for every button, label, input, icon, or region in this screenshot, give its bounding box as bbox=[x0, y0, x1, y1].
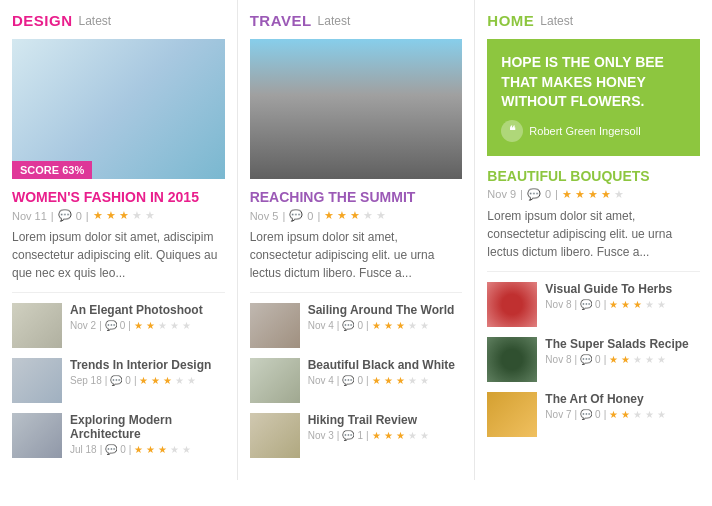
travel-title: TRAVEL bbox=[250, 12, 312, 29]
star-empty: ★ bbox=[158, 320, 167, 331]
comment-icon: 💬 bbox=[527, 188, 541, 201]
star-filled: ★ bbox=[609, 409, 618, 420]
small-comment-count: 0 bbox=[595, 299, 601, 310]
star-empty: ★ bbox=[408, 320, 417, 331]
small-comment-icon: 💬 bbox=[580, 354, 592, 365]
small-thumbnail bbox=[12, 413, 62, 458]
small-article-title[interactable]: The Super Salads Recipe bbox=[545, 337, 700, 351]
small-article-info: An Elegant Photoshoot Nov 2 | 💬 0 | ★★★★… bbox=[70, 303, 225, 331]
small-article-meta: Nov 4 | 💬 0 | ★★★★★ bbox=[308, 375, 463, 386]
star-empty: ★ bbox=[170, 444, 179, 455]
hero-image bbox=[250, 39, 463, 179]
star-filled: ★ bbox=[384, 375, 393, 386]
small-article-title[interactable]: Exploring Modern Architecture bbox=[70, 413, 225, 441]
quote-author: ❝ Robert Green Ingersoll bbox=[501, 120, 686, 142]
star-filled: ★ bbox=[134, 320, 143, 331]
star-filled: ★ bbox=[372, 375, 381, 386]
star-filled: ★ bbox=[146, 444, 155, 455]
star-filled: ★ bbox=[93, 209, 102, 222]
column-design: DESIGN Latest SCORE 63%WOMEN'S FASHION I… bbox=[0, 0, 238, 480]
star-filled: ★ bbox=[396, 375, 405, 386]
small-thumbnail bbox=[250, 413, 300, 458]
star-filled: ★ bbox=[562, 188, 571, 201]
list-item: Sailing Around The World Nov 4 | 💬 0 | ★… bbox=[250, 303, 463, 348]
main-article-title[interactable]: WOMEN'S FASHION IN 2015 bbox=[12, 189, 225, 205]
list-item: Beautiful Black and White Nov 4 | 💬 0 | … bbox=[250, 358, 463, 403]
star-empty: ★ bbox=[420, 430, 429, 441]
star-empty: ★ bbox=[420, 375, 429, 386]
small-article-title[interactable]: Beautiful Black and White bbox=[308, 358, 463, 372]
comment-count: 0 bbox=[545, 188, 551, 200]
small-comment-icon: 💬 bbox=[342, 320, 354, 331]
small-comment-icon: 💬 bbox=[105, 320, 117, 331]
article-date: Nov 11 bbox=[12, 210, 47, 222]
star-empty: ★ bbox=[182, 320, 191, 331]
list-item: Trends In Interior Design Sep 18 | 💬 0 |… bbox=[12, 358, 225, 403]
star-empty: ★ bbox=[145, 209, 154, 222]
star-filled: ★ bbox=[139, 375, 148, 386]
star-empty: ★ bbox=[657, 299, 666, 310]
small-article-date: Nov 3 bbox=[308, 430, 334, 441]
star-filled: ★ bbox=[106, 209, 115, 222]
divider bbox=[12, 292, 225, 293]
comment-icon: 💬 bbox=[289, 209, 303, 222]
star-filled: ★ bbox=[163, 375, 172, 386]
comment-icon: 💬 bbox=[58, 209, 72, 222]
score-badge: SCORE 63% bbox=[12, 161, 92, 179]
small-article-info: Hiking Trail Review Nov 3 | 💬 1 | ★★★★★ bbox=[308, 413, 463, 441]
travel-header: TRAVEL Latest bbox=[250, 12, 463, 29]
quote-icon: ❝ bbox=[501, 120, 523, 142]
star-filled: ★ bbox=[158, 444, 167, 455]
small-thumbnail bbox=[487, 337, 537, 382]
list-item: Visual Guide To Herbs Nov 8 | 💬 0 | ★★★★… bbox=[487, 282, 700, 327]
small-article-title[interactable]: Sailing Around The World bbox=[308, 303, 463, 317]
small-article-title[interactable]: An Elegant Photoshoot bbox=[70, 303, 225, 317]
hero-image bbox=[12, 39, 225, 179]
star-filled: ★ bbox=[119, 209, 128, 222]
main-article-excerpt: Lorem ipsum dolor sit amet, adiscipim co… bbox=[12, 228, 225, 282]
small-article-title[interactable]: Hiking Trail Review bbox=[308, 413, 463, 427]
small-comment-icon: 💬 bbox=[342, 430, 354, 441]
small-article-meta: Nov 8 | 💬 0 | ★★★★★ bbox=[545, 354, 700, 365]
star-filled: ★ bbox=[384, 430, 393, 441]
comment-count: 0 bbox=[307, 210, 313, 222]
design-subtitle: Latest bbox=[79, 14, 112, 28]
small-article-info: Beautiful Black and White Nov 4 | 💬 0 | … bbox=[308, 358, 463, 386]
star-empty: ★ bbox=[187, 375, 196, 386]
star-empty: ★ bbox=[657, 409, 666, 420]
small-article-title[interactable]: The Art Of Honey bbox=[545, 392, 700, 406]
star-filled: ★ bbox=[588, 188, 597, 201]
small-comment-icon: 💬 bbox=[580, 299, 592, 310]
small-article-info: Trends In Interior Design Sep 18 | 💬 0 |… bbox=[70, 358, 225, 386]
small-comment-count: 0 bbox=[357, 320, 363, 331]
main-article-title[interactable]: REACHING THE SUMMIT bbox=[250, 189, 463, 205]
article-meta: Nov 11 | 💬 0 | ★★★★★ bbox=[12, 209, 225, 222]
main-article-title[interactable]: BEAUTIFUL BOUQUETS bbox=[487, 168, 700, 184]
comment-count: 0 bbox=[76, 210, 82, 222]
small-article-title[interactable]: Trends In Interior Design bbox=[70, 358, 225, 372]
star-filled: ★ bbox=[324, 209, 333, 222]
star-empty: ★ bbox=[657, 354, 666, 365]
small-comment-icon: 💬 bbox=[110, 375, 122, 386]
main-article-excerpt: Lorem ipsum dolor sit amet, consectetur … bbox=[487, 207, 700, 261]
small-thumbnail bbox=[250, 303, 300, 348]
small-article-title[interactable]: Visual Guide To Herbs bbox=[545, 282, 700, 296]
divider bbox=[250, 292, 463, 293]
home-title: HOME bbox=[487, 12, 534, 29]
star-empty: ★ bbox=[170, 320, 179, 331]
star-filled: ★ bbox=[134, 444, 143, 455]
small-article-meta: Sep 18 | 💬 0 | ★★★★★ bbox=[70, 375, 225, 386]
small-article-meta: Nov 4 | 💬 0 | ★★★★★ bbox=[308, 320, 463, 331]
star-empty: ★ bbox=[182, 444, 191, 455]
star-empty: ★ bbox=[408, 375, 417, 386]
quote-box: HOPE IS THE ONLY BEE THAT MAKES HONEY WI… bbox=[487, 39, 700, 156]
small-article-info: The Super Salads Recipe Nov 8 | 💬 0 | ★★… bbox=[545, 337, 700, 365]
column-home: HOME Latest HOPE IS THE ONLY BEE THAT MA… bbox=[475, 0, 712, 480]
home-header: HOME Latest bbox=[487, 12, 700, 29]
star-filled: ★ bbox=[575, 188, 584, 201]
star-filled: ★ bbox=[384, 320, 393, 331]
star-filled: ★ bbox=[337, 209, 346, 222]
list-item: The Art Of Honey Nov 7 | 💬 0 | ★★★★★ bbox=[487, 392, 700, 437]
small-article-date: Nov 7 bbox=[545, 409, 571, 420]
star-empty: ★ bbox=[363, 209, 372, 222]
